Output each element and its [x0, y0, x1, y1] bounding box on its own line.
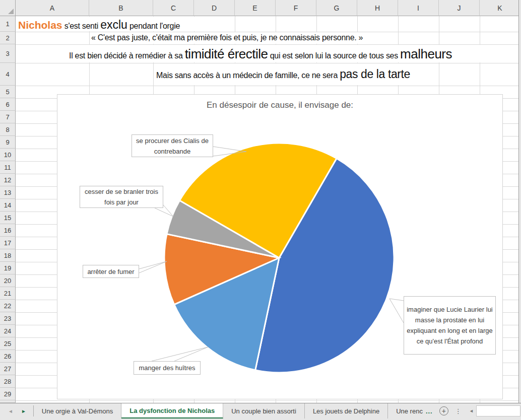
callout-lucie-laurier[interactable]: imaginer que Lucie Laurier lui masse la …	[404, 296, 496, 355]
text-malheurs: malheurs	[400, 46, 452, 62]
row-header-21[interactable]: 21	[0, 287, 16, 300]
row-header-12[interactable]: 12	[0, 174, 16, 186]
sheet-tab-bar: ◄ ► Une orgie à Val-Démons La dysfonctio…	[0, 403, 521, 418]
text-timidite: timidité érectile	[185, 46, 268, 62]
column-header-G[interactable]: G	[316, 0, 357, 16]
pie-chart-frame[interactable]: En désespoir de cause, il envisage de: s…	[57, 94, 503, 399]
column-header-D[interactable]: D	[194, 0, 235, 16]
text-quote: « C'est pas juste, c'était ma première f…	[91, 33, 363, 42]
sheet-tab-une-rencontre[interactable]: Une renc	[388, 403, 423, 418]
sheet-tab-la-dysfonction-active[interactable]: La dysfonction de Nicholas	[121, 403, 223, 418]
tab-label: La dysfonction de Nicholas	[129, 407, 215, 414]
row-header-16[interactable]: 16	[0, 224, 16, 237]
gridline-horizontal	[16, 86, 518, 86]
tab-label: Les jouets de Delphine	[313, 407, 379, 415]
column-header-H[interactable]: H	[357, 0, 398, 16]
row-header-1[interactable]: 1	[0, 16, 16, 32]
text-run: pendant l'orgie	[127, 22, 180, 31]
row-header-18[interactable]: 18	[0, 249, 16, 262]
row-header-7[interactable]: 7	[0, 111, 16, 123]
cell-c4-text[interactable]: Mais sans accès à un médecin de famille,…	[156, 67, 410, 81]
text-run: qui est selon lui la source de tous ses	[268, 51, 401, 60]
vertical-scrollbar-edge[interactable]	[518, 0, 521, 403]
excel-worksheet: { "sheet": { "columns": ["A","B","C","D"…	[0, 0, 521, 420]
column-header-J[interactable]: J	[439, 0, 480, 16]
row-header-2[interactable]: 2	[0, 32, 16, 44]
row-header-8[interactable]: 8	[0, 123, 16, 136]
scrollbar-track[interactable]	[476, 405, 520, 416]
row-header-25[interactable]: 25	[0, 337, 16, 350]
row-header-3[interactable]: 3	[0, 44, 16, 63]
row-header-23[interactable]: 23	[0, 312, 16, 325]
tab-label: Une renc	[396, 407, 423, 415]
row-header-6[interactable]: 6	[0, 98, 16, 111]
plus-icon: +	[442, 407, 446, 414]
text-exclu: exclu	[100, 18, 127, 32]
row-header-20[interactable]: 20	[0, 274, 16, 287]
text-run: Il est bien décidé à remédier à sa	[69, 51, 185, 60]
column-header-F[interactable]: F	[276, 0, 316, 16]
column-header-A[interactable]: A	[16, 0, 89, 16]
cell-a1-text[interactable]: Nicholas s'est senti exclu pendant l'org…	[18, 18, 180, 32]
row-header-13[interactable]: 13	[0, 186, 16, 199]
tab-overflow-ellipsis[interactable]: ...	[423, 403, 436, 418]
row-header-11[interactable]: 11	[0, 161, 16, 174]
tab-label: Une orgie à Val-Démons	[42, 407, 113, 415]
row-header-9[interactable]: 9	[0, 136, 16, 149]
row-header-4[interactable]: 4	[0, 63, 16, 86]
tab-scroll-right-icon[interactable]: ►	[21, 408, 26, 414]
callout-cialis[interactable]: se procurer des Cialis de contrebande	[132, 134, 213, 157]
row-header-24[interactable]: 24	[0, 325, 16, 337]
row-header-15[interactable]: 15	[0, 212, 16, 224]
more-tabs-icon[interactable]: ⋮	[452, 403, 465, 418]
row-header-28[interactable]: 28	[0, 375, 16, 388]
select-all-triangle-icon	[8, 9, 14, 14]
cell-b3-text[interactable]: Il est bien décidé à remédier à sa timid…	[69, 46, 452, 62]
row-header-14[interactable]: 14	[0, 199, 16, 212]
row-header-29[interactable]: 29	[0, 388, 16, 400]
gridline-horizontal	[16, 400, 518, 401]
sheet-tab-un-couple[interactable]: Un couple bien assorti	[223, 403, 305, 418]
text-tarte: pas de la tarte	[340, 67, 410, 81]
horizontal-scrollbar: ◄	[467, 403, 521, 418]
row-header-27[interactable]: 27	[0, 363, 16, 375]
column-header-B[interactable]: B	[89, 0, 153, 16]
row-header-22[interactable]: 22	[0, 300, 16, 312]
row-header-5[interactable]: 5	[0, 86, 16, 98]
scrollbar-left-icon[interactable]: ◄	[467, 408, 476, 413]
text-run: Mais sans accès à un médecin de famille,…	[156, 71, 340, 80]
tab-nav-arrows: ◄ ►	[0, 403, 33, 418]
row-header-10[interactable]: 10	[0, 149, 16, 161]
add-sheet-button[interactable]: +	[439, 406, 448, 415]
row-header-19[interactable]: 19	[0, 262, 16, 274]
row-header-26[interactable]: 26	[0, 350, 16, 363]
callout-branler[interactable]: cesser de se branler trois fois par jour	[80, 186, 163, 208]
text-run: s'est senti	[62, 22, 101, 31]
sheet-tab-les-jouets[interactable]: Les jouets de Delphine	[305, 403, 388, 418]
tab-label: Un couple bien assorti	[231, 407, 296, 415]
text-nicholas: Nicholas	[18, 19, 62, 31]
select-all-corner[interactable]	[0, 0, 16, 16]
cell-b2-text[interactable]: « C'est pas juste, c'était ma première f…	[91, 33, 363, 42]
column-header-E[interactable]: E	[235, 0, 276, 16]
callout-huitres[interactable]: manger des huîtres	[134, 361, 201, 375]
column-header-C[interactable]: C	[153, 0, 194, 16]
column-header-I[interactable]: I	[398, 0, 439, 16]
callout-fumer[interactable]: arrêter de fumer	[83, 265, 139, 278]
row-header-17[interactable]: 17	[0, 237, 16, 249]
sheet-tab-une-orgie[interactable]: Une orgie à Val-Démons	[34, 403, 121, 418]
column-header-K[interactable]: K	[480, 0, 520, 16]
tab-scroll-left-icon[interactable]: ◄	[8, 408, 13, 414]
